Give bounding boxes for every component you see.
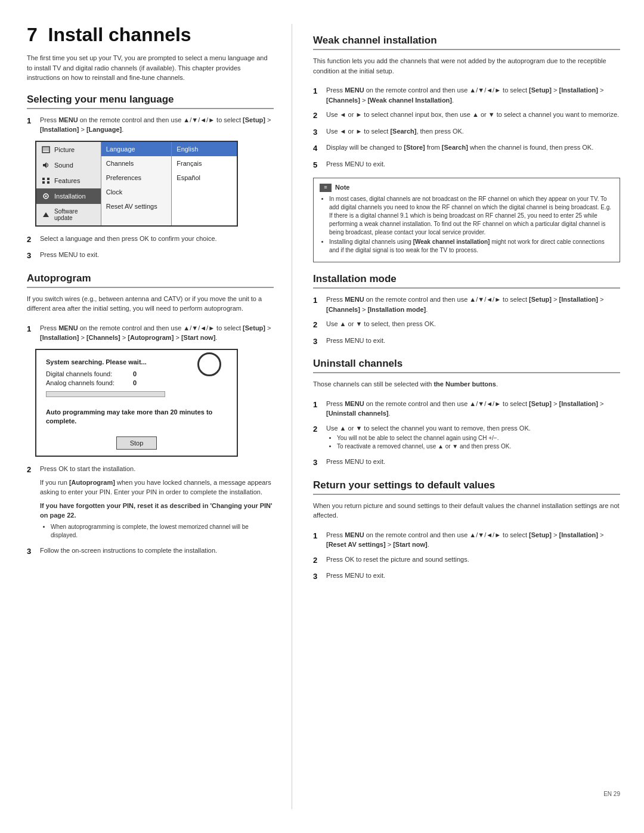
svg-rect-3 — [42, 178, 45, 180]
installation-icon — [41, 191, 51, 201]
menu-item-sound: Sound — [36, 157, 101, 173]
note-box: ≡ Note In most cases, digital channels a… — [313, 178, 620, 262]
analog-channels-row: Analog channels found: 0 — [46, 379, 165, 386]
return-defaults-intro: When you return picture and sound settin… — [313, 501, 620, 521]
menu-mid-clock: Clock — [101, 185, 172, 199]
autoprogram-bullet-1: When autoprogramming is complete, the lo… — [51, 523, 274, 540]
svg-rect-5 — [42, 181, 45, 184]
right-column: English Weak channel installation This f… — [292, 24, 644, 809]
note-bullet-1: In most cases, digital channels are not … — [329, 195, 614, 237]
menu-mid-language: Language — [101, 142, 172, 156]
svg-rect-1 — [43, 147, 49, 151]
menu-right-english: English — [172, 142, 237, 156]
page-number: EN 29 — [603, 791, 620, 797]
select-language-steps-cont: 2 Select a language and then press OK to… — [27, 234, 274, 262]
analog-val: 0 — [133, 379, 137, 386]
menu-screenshot: Picture Sound Features — [35, 141, 238, 227]
autoprogram-steps-cont: 2 Press OK to start the installation. If… — [27, 464, 274, 557]
step-1: 1 Press MENU on the remote control and t… — [27, 115, 274, 135]
uninstall-bullet-2: To reactivate a removed channel, use ▲ o… — [337, 442, 620, 451]
step-2: 2 Select a language and then press OK to… — [27, 234, 274, 246]
menu-right-francais: Français — [172, 156, 237, 171]
uninstall-intro: Those channels can still be selected wit… — [313, 379, 620, 389]
menu-item-features: Features — [36, 173, 101, 188]
return-defaults-steps: 1 Press MENU on the remote control and t… — [313, 530, 620, 583]
menu-mid-reset: Reset AV settings — [101, 199, 172, 213]
page: 7 Install channels The first time you se… — [0, 0, 644, 833]
instmode-step-2: 2 Use ▲ or ▼ to select, then press OK. — [313, 319, 620, 331]
autoprogram-bullets: When autoprogramming is complete, the lo… — [40, 523, 274, 540]
menu-item-software: Software update — [36, 204, 101, 225]
section-heading-weak-channel: Weak channel installation — [313, 35, 620, 50]
section-heading-return-defaults: Return your settings to default values — [313, 479, 620, 495]
picture-icon — [41, 145, 51, 154]
autoprogram-steps: 1 Press MENU on the remote control and t… — [27, 323, 274, 343]
chapter-title: 7 Install channels — [27, 24, 274, 46]
instmode-step-1: 1 Press MENU on the remote control and t… — [313, 295, 620, 314]
scan-note: Auto programming may take more than 20 m… — [46, 408, 227, 426]
svg-rect-4 — [47, 178, 49, 180]
defaults-step-2: 2 Press OK to reset the picture and soun… — [313, 555, 620, 566]
svg-marker-2 — [43, 162, 47, 168]
uninstall-step-1: 1 Press MENU on the remote control and t… — [313, 399, 620, 419]
section-heading-installation-mode: Installation mode — [313, 273, 620, 289]
intro-text: The first time you set up your TV, you a… — [27, 53, 274, 83]
menu-right-panel: English Français Español — [172, 142, 237, 225]
weak-step-3: 3 Use ◄ or ► to select [Search], then pr… — [313, 126, 620, 138]
scan-screenshot: System searching. Please wait... Digital… — [35, 349, 238, 457]
menu-left-panel: Picture Sound Features — [36, 142, 101, 225]
analog-label: Analog channels found: — [46, 379, 123, 386]
section-heading-uninstall: Uninstall channels — [313, 358, 620, 373]
instmode-step-3: 3 Press MENU to exit. — [313, 336, 620, 348]
defaults-step-3: 3 Press MENU to exit. — [313, 571, 620, 583]
weak-step-1: 1 Press MENU on the remote control and t… — [313, 85, 620, 105]
note-bullets: In most cases, digital channels are not … — [320, 195, 614, 255]
weak-step-4: 4 Display will be changed to [Store] fro… — [313, 143, 620, 154]
uninstall-bullet-1: You will not be able to select the chann… — [337, 434, 620, 442]
weak-channel-steps: 1 Press MENU on the remote control and t… — [313, 85, 620, 171]
section-heading-autoprogram: Autoprogram — [27, 272, 274, 288]
uninstall-bullets: You will not be able to select the chann… — [326, 434, 620, 451]
svg-marker-9 — [43, 212, 49, 217]
note-icon: ≡ — [320, 184, 332, 192]
features-icon — [41, 176, 51, 185]
note-header: ≡ Note — [320, 183, 614, 192]
menu-mid-preferences: Preferences — [101, 171, 172, 185]
svg-rect-6 — [47, 181, 49, 184]
menu-mid-panel: Language Channels Preferences Clock Rese… — [101, 142, 172, 225]
svg-point-8 — [45, 195, 47, 197]
note-bullet-2: Installing digital channels using [Weak … — [329, 238, 614, 255]
digital-channels-row: Digital channels found: 0 — [46, 370, 165, 377]
section-heading-select-language: Selecting your menu language — [27, 94, 274, 109]
weak-step-2: 2 Use ◄ or ► to select channel input box… — [313, 110, 620, 122]
scan-circle-indicator — [197, 352, 221, 376]
digital-val: 0 — [133, 370, 137, 377]
installation-mode-steps: 1 Press MENU on the remote control and t… — [313, 295, 620, 347]
uninstall-steps: 1 Press MENU on the remote control and t… — [313, 399, 620, 469]
defaults-step-1: 1 Press MENU on the remote control and t… — [313, 530, 620, 550]
menu-right-espanol: Español — [172, 171, 237, 185]
autoprogram-step-2: 2 Press OK to start the installation. If… — [27, 464, 274, 541]
stop-button[interactable]: Stop — [116, 436, 157, 450]
menu-item-installation: Installation — [36, 188, 101, 204]
autoprogram-step-1: 1 Press MENU on the remote control and t… — [27, 323, 274, 343]
select-language-steps: 1 Press MENU on the remote control and t… — [27, 115, 274, 135]
left-column: 7 Install channels The first time you se… — [0, 24, 292, 809]
weak-step-5: 5 Press MENU to exit. — [313, 159, 620, 171]
software-icon — [41, 210, 51, 219]
uninstall-step-2: 2 Use ▲ or ▼ to select the channel you w… — [313, 423, 620, 453]
weak-channel-intro: This function lets you add the channels … — [313, 56, 620, 76]
scan-progress-bar — [46, 391, 165, 397]
sound-icon — [41, 160, 51, 170]
digital-label: Digital channels found: — [46, 370, 123, 377]
autoprogram-intro: If you switch wires (e.g., between anten… — [27, 294, 274, 314]
autoprogram-step-3: 3 Follow the on-screen instructions to c… — [27, 546, 274, 558]
menu-mid-channels: Channels — [101, 156, 172, 171]
menu-item-picture: Picture — [36, 142, 101, 157]
step-3: 3 Press MENU to exit. — [27, 250, 274, 262]
uninstall-step-3: 3 Press MENU to exit. — [313, 457, 620, 469]
